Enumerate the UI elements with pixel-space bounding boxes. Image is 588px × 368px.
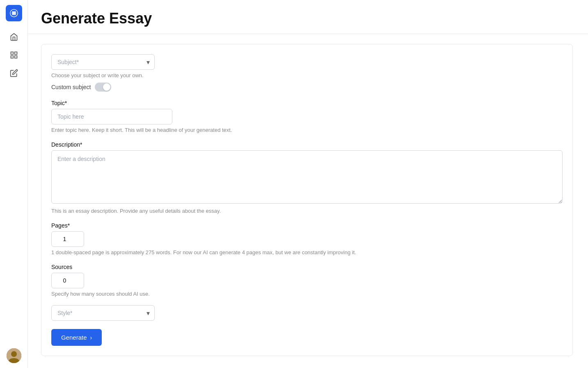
pages-hint: 1 double-spaced page is approximately 27… xyxy=(51,249,563,255)
generate-button[interactable]: Generate › xyxy=(51,329,102,346)
topic-input[interactable] xyxy=(51,109,172,124)
home-icon xyxy=(10,33,18,41)
toggle-knob xyxy=(103,83,110,91)
description-hint: This is an essay description. Provide an… xyxy=(51,208,563,214)
subject-hint: Choose your subject or write your own. xyxy=(51,72,563,78)
content-area: Subject* ▾ Choose your subject or write … xyxy=(28,34,586,366)
svg-rect-4 xyxy=(11,56,13,58)
description-group: Description* This is an essay descriptio… xyxy=(51,141,563,214)
topic-group: Topic* Enter topic here. Keep it short. … xyxy=(51,100,563,133)
pages-label: Pages* xyxy=(51,222,563,229)
style-select-wrapper: Style* ▾ xyxy=(51,305,155,321)
generate-button-label: Generate xyxy=(61,334,87,341)
svg-rect-2 xyxy=(11,52,13,55)
topic-hint: Enter topic here. Keep it short. This wi… xyxy=(51,127,563,133)
custom-subject-toggle[interactable] xyxy=(95,83,111,92)
svg-rect-5 xyxy=(14,56,17,58)
sidebar xyxy=(0,0,28,368)
form-card: Subject* ▾ Choose your subject or write … xyxy=(41,44,573,356)
topic-label: Topic* xyxy=(51,100,563,106)
main-content: Generate Essay Subject* ▾ Choose your su… xyxy=(28,0,588,368)
sources-hint: Specify how many sources should AI use. xyxy=(51,291,563,297)
sources-label: Sources xyxy=(51,264,563,270)
style-group: Style* ▾ xyxy=(51,305,563,321)
logo-icon xyxy=(9,9,18,18)
avatar[interactable] xyxy=(7,348,21,363)
style-select[interactable]: Style* xyxy=(51,305,155,321)
custom-subject-row: Custom subject xyxy=(51,83,563,92)
page-header: Generate Essay xyxy=(28,0,588,34)
sidebar-item-edit[interactable] xyxy=(7,66,21,80)
description-textarea[interactable] xyxy=(51,150,563,204)
svg-point-7 xyxy=(11,351,17,357)
sidebar-item-grid[interactable] xyxy=(7,48,21,62)
sidebar-item-home[interactable] xyxy=(7,30,21,44)
subject-select[interactable]: Subject* xyxy=(51,54,155,70)
edit-icon xyxy=(10,69,18,77)
sources-input[interactable] xyxy=(51,273,84,288)
grid-icon xyxy=(10,51,18,59)
avatar-image xyxy=(7,348,21,363)
custom-subject-label: Custom subject xyxy=(51,84,91,90)
chevron-right-icon: › xyxy=(90,334,92,341)
description-label: Description* xyxy=(51,141,563,148)
subject-group: Subject* ▾ Choose your subject or write … xyxy=(51,54,563,92)
app-logo[interactable] xyxy=(6,5,22,21)
pages-group: Pages* 1 double-spaced page is approxima… xyxy=(51,222,563,255)
subject-select-wrapper: Subject* ▾ xyxy=(51,54,155,70)
page-title: Generate Essay xyxy=(41,10,575,27)
svg-rect-3 xyxy=(14,52,17,55)
sources-group: Sources Specify how many sources should … xyxy=(51,264,563,297)
pages-input[interactable] xyxy=(51,231,84,247)
